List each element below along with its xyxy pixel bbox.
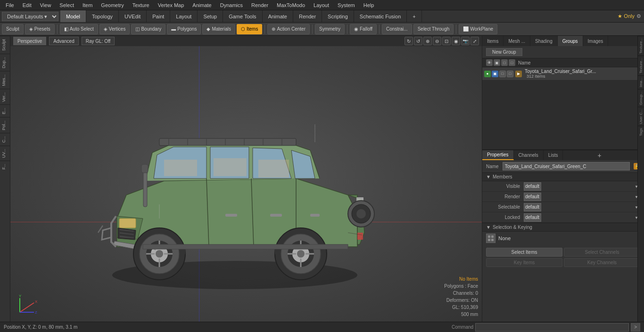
frame-icon[interactable]: ⊡ — [442, 37, 451, 45]
vertices-btn[interactable]: ◈ Vertices — [99, 24, 130, 34]
tab-model[interactable]: Model — [60, 10, 86, 22]
group-sq2-icon[interactable]: □ — [507, 71, 513, 77]
layout-select[interactable]: Default Layouts ▾ — [2, 12, 58, 21]
group-render-icon[interactable]: ▣ — [492, 71, 498, 77]
render-icon[interactable]: ◉ — [452, 37, 460, 45]
panel-tab-items[interactable]: Items — [482, 36, 504, 46]
select-through-btn[interactable]: Select Through — [413, 24, 454, 34]
menu-maxtomodo[interactable]: MaxToModo — [273, 1, 309, 9]
work-plane-btn[interactable]: ⬜ WorkPlane — [459, 24, 497, 34]
props-add-btn[interactable]: + — [595, 152, 604, 159]
auto-select-btn[interactable]: ◧ Auto Select — [60, 24, 98, 34]
falloff-btn[interactable]: ◉ Falloff — [350, 24, 377, 34]
edge-tab-ima[interactable]: Ima... — [638, 75, 644, 89]
command-input[interactable] — [475, 323, 629, 332]
polygons-btn[interactable]: ▬ Polygons — [167, 24, 201, 34]
tab-layout[interactable]: Layout — [170, 10, 198, 22]
tab-animate[interactable]: Animate — [263, 10, 293, 22]
vtab-e[interactable]: E... — [0, 105, 10, 117]
visible-select[interactable]: default — [524, 182, 541, 191]
props-tab-lists[interactable]: Lists — [544, 150, 563, 160]
symmetry-btn[interactable]: Symmetry — [315, 24, 345, 34]
presets-btn[interactable]: ◈ Presets — [25, 24, 55, 34]
boundary-btn[interactable]: ◫ Boundary — [131, 24, 165, 34]
tab-game-tools[interactable]: Game Tools — [223, 10, 263, 22]
tab-schematic-fusion[interactable]: Schematic Fusion — [354, 10, 407, 22]
svg-point-35 — [297, 250, 305, 258]
menu-select[interactable]: Select — [56, 1, 78, 9]
menu-help[interactable]: Help — [360, 1, 378, 9]
tab-scripting[interactable]: Scripting — [322, 10, 354, 22]
tab-add[interactable]: + — [407, 10, 421, 22]
menu-animate[interactable]: Animate — [189, 1, 215, 9]
expand-vp-icon[interactable]: ⤢ — [471, 37, 479, 45]
props-tab-channels[interactable]: Channels — [514, 150, 544, 160]
zoom-out-icon[interactable]: ⊖ — [433, 37, 441, 45]
items-btn[interactable]: ⬡ Items — [237, 24, 262, 34]
advanced-btn[interactable]: Advanced — [49, 37, 78, 45]
vtab-vertex[interactable]: Ver... — [0, 89, 10, 105]
menu-dynamics[interactable]: Dynamics — [216, 1, 247, 9]
sculpt-btn[interactable]: Sculpt — [2, 24, 24, 34]
select-channels-btn[interactable]: Select Channels — [564, 248, 640, 257]
viewport-canvas[interactable]: No Items Polygons : Face Channels: 0 Def… — [10, 36, 482, 322]
action-center-btn[interactable]: ⊕ Action Center — [267, 24, 310, 34]
menu-system[interactable]: System — [334, 1, 359, 9]
rotate-icon[interactable]: ↻ — [405, 37, 413, 45]
panel-tab-shading[interactable]: Shading — [530, 36, 558, 46]
menu-render[interactable]: Render — [248, 1, 272, 9]
constraints-btn[interactable]: Constrai... — [382, 24, 412, 34]
edge-tab-texture2[interactable]: Texture... — [638, 56, 644, 75]
name-input[interactable] — [503, 162, 630, 170]
locked-select[interactable]: default — [524, 213, 541, 222]
camera-icon[interactable]: 📷 — [461, 37, 470, 45]
props-tab-properties[interactable]: Properties — [482, 150, 514, 160]
raygl-btn[interactable]: Ray GL: Off — [82, 37, 115, 45]
command-expand-btn[interactable]: > — [631, 323, 640, 332]
members-section-header[interactable]: ▼ Members — [482, 172, 644, 181]
group-visible-icon[interactable]: ● — [484, 71, 491, 77]
edge-tab-user-c[interactable]: User C... — [638, 107, 644, 126]
edge-tab-texture1[interactable]: Texture... — [638, 36, 644, 56]
settings-icon[interactable]: ⚙ — [636, 13, 641, 19]
group-sq1-icon[interactable]: □ — [499, 71, 506, 77]
edge-tab-tags[interactable]: Tags — [638, 126, 644, 138]
panel-tab-mesh[interactable]: Mesh ... — [504, 36, 530, 46]
tab-setup[interactable]: Setup — [198, 10, 223, 22]
tab-topology[interactable]: Topology — [86, 10, 119, 22]
menu-file[interactable]: File — [2, 1, 18, 9]
materials-btn[interactable]: ◆ Materials — [202, 24, 235, 34]
menu-vertex-map[interactable]: Vertex Map — [154, 1, 188, 9]
edge-tab-group[interactable]: Group... — [638, 89, 644, 107]
menu-texture[interactable]: Texture — [129, 1, 153, 9]
vtab-uv[interactable]: UV... — [0, 146, 10, 161]
sel-key-section-header[interactable]: ▼ Selection & Keying — [482, 223, 644, 232]
select-items-btn[interactable]: Select Items — [486, 248, 562, 257]
menu-layout[interactable]: Layout — [310, 1, 333, 9]
vtab-poly[interactable]: Pol... — [0, 117, 10, 133]
perspective-btn[interactable]: Perspective — [13, 37, 46, 45]
undo-icon[interactable]: ↺ — [414, 37, 422, 45]
tab-uvedit[interactable]: UVEdit — [119, 10, 147, 22]
selectable-select[interactable]: default — [524, 203, 541, 211]
tab-render[interactable]: Render — [293, 10, 322, 22]
vtab-c[interactable]: C... — [0, 133, 10, 146]
menu-view[interactable]: View — [36, 1, 55, 9]
key-items-btn[interactable]: Key Items — [486, 258, 562, 267]
vtab-dup[interactable]: Dup... — [0, 54, 10, 71]
viewport[interactable]: Perspective Advanced Ray GL: Off ↻ ↺ ⊕ ⊖… — [10, 36, 482, 322]
vtab-sculpt[interactable]: Sculpt — [0, 36, 10, 54]
menu-item[interactable]: Item — [79, 1, 96, 9]
new-group-btn[interactable]: New Group — [486, 48, 522, 56]
vtab-mesh[interactable]: Mes... — [0, 71, 10, 89]
vtab-f[interactable]: F... — [0, 161, 10, 172]
zoom-in-icon[interactable]: ⊕ — [423, 37, 432, 45]
tab-paint[interactable]: Paint — [147, 10, 170, 22]
group-row-toyota[interactable]: ● ▣ □ □ ▶ Toyota_Land_Cruiser_Safari_Gr.… — [482, 67, 644, 81]
menu-edit[interactable]: Edit — [19, 1, 35, 9]
panel-tab-groups[interactable]: Groups — [558, 36, 583, 46]
menu-geometry[interactable]: Geometry — [97, 1, 127, 9]
panel-tab-images[interactable]: Images — [583, 36, 609, 46]
render-select[interactable]: default — [524, 193, 541, 201]
key-channels-btn[interactable]: Key Channels — [564, 258, 640, 267]
